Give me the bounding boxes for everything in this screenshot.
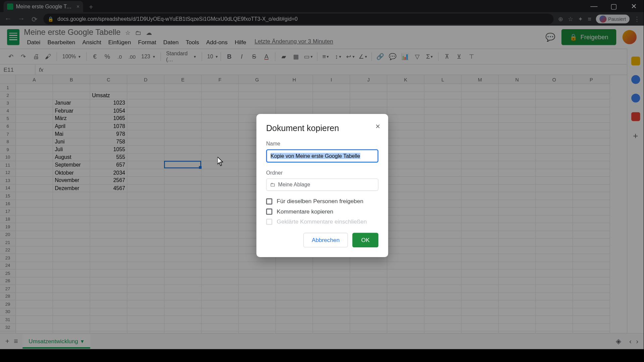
dialog-title: Dokument kopieren: [266, 124, 378, 133]
checkbox-icon: [266, 208, 272, 214]
name-label: Name: [266, 140, 378, 146]
cancel-button[interactable]: Abbrechen: [304, 233, 348, 247]
checkbox-icon: [266, 198, 272, 204]
ok-button[interactable]: OK: [353, 233, 378, 247]
checkbox-icon: [266, 219, 272, 225]
resolved-comments-checkbox-row: Geklärte Kommentare einschließen: [266, 218, 378, 225]
copy-comments-checkbox-row[interactable]: Kommentare kopieren: [266, 208, 378, 215]
copy-document-dialog: Dokument kopieren × Name Kopie von Meine…: [256, 114, 388, 257]
dialog-close-button[interactable]: ×: [376, 122, 380, 131]
folder-label: Ordner: [266, 170, 378, 176]
folder-icon: 🗀: [270, 182, 275, 188]
share-checkbox-row[interactable]: Für dieselben Personen freigeben: [266, 198, 378, 204]
name-input[interactable]: Kopie von Meine erste Google Tabelle: [266, 149, 378, 163]
folder-select[interactable]: 🗀 Meine Ablage: [266, 178, 378, 191]
